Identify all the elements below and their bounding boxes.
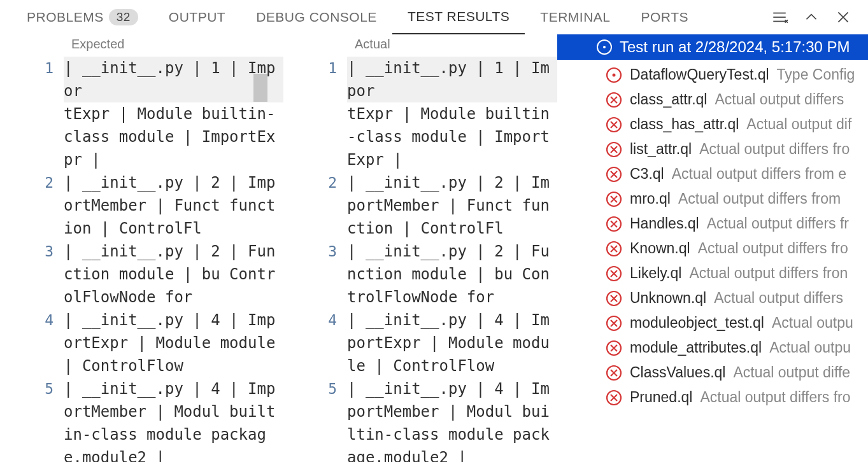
show-history-icon[interactable] xyxy=(771,9,788,25)
line-number: 3 xyxy=(283,240,347,309)
test-result-row[interactable]: C3.ql Actual output differs from e xyxy=(557,162,868,186)
test-name: module_attributes.ql xyxy=(630,339,762,356)
code-line: 3| __init__.py | 2 | Function module | b… xyxy=(0,240,283,309)
code-text: | __init__.py | 4 | ImportMember | Modul… xyxy=(64,377,283,462)
close-icon[interactable] xyxy=(835,9,851,25)
tab-label: PROBLEMS xyxy=(27,10,104,25)
test-run-pane: Test run at 2/28/2024, 5:17:30 PM Datafl… xyxy=(557,34,868,462)
test-fail-icon xyxy=(606,241,622,257)
test-result-row[interactable]: Unknown.ql Actual output differs xyxy=(557,286,868,311)
test-fail-icon xyxy=(606,290,622,307)
test-fail-icon xyxy=(606,340,622,356)
tab-label: TEST RESULTS xyxy=(408,9,509,24)
expected-code[interactable]: 1| __init__.py | 1 | ImportExpr | Module… xyxy=(0,57,283,462)
code-text: | __init__.py | 4 | ImportMember | Modul… xyxy=(347,377,557,462)
test-name: ClassValues.ql xyxy=(630,364,725,381)
test-message: Actual output differs xyxy=(715,91,844,108)
code-line: 4| __init__.py | 4 | ImportExpr | Module… xyxy=(0,309,283,377)
code-line: 3| __init__.py | 2 | Function module | b… xyxy=(283,240,557,309)
test-fail-icon xyxy=(606,216,622,232)
test-message: Actual output differs from xyxy=(678,190,841,207)
test-message: Actual output differs from e xyxy=(672,165,846,183)
test-fail-icon xyxy=(606,265,622,282)
vertical-scrollbar[interactable] xyxy=(253,74,267,102)
test-result-row[interactable]: ClassValues.ql Actual output diffe xyxy=(557,360,868,385)
test-result-row[interactable]: Likely.ql Actual output differs fron xyxy=(557,261,868,286)
test-result-row[interactable]: Pruned.ql Actual output differs fro xyxy=(557,385,868,410)
chevron-up-icon[interactable] xyxy=(803,9,820,25)
test-message: Actual output differs fron xyxy=(689,265,848,282)
test-fail-icon xyxy=(606,315,622,332)
test-result-row[interactable]: Known.ql Actual output differs fro xyxy=(557,236,868,261)
test-result-row[interactable]: module_attributes.ql Actual outpu xyxy=(557,335,868,360)
test-name: Pruned.ql xyxy=(630,389,692,406)
actual-header: Actual xyxy=(283,34,557,57)
line-number: 3 xyxy=(0,240,64,309)
test-name: Handles.ql xyxy=(630,215,699,232)
test-fail-icon xyxy=(606,389,622,406)
tab-label: PORTS xyxy=(641,10,688,25)
test-result-row[interactable]: class_attr.ql Actual output differs xyxy=(557,87,868,112)
tab-terminal[interactable]: TERMINAL xyxy=(525,0,625,34)
code-line: 5| __init__.py | 4 | ImportMember | Modu… xyxy=(283,377,557,462)
tab-debug-console[interactable]: DEBUG CONSOLE xyxy=(241,0,392,34)
test-name: DataflowQueryTest.ql xyxy=(630,66,769,83)
test-fail-icon xyxy=(606,116,622,133)
code-line: 5| __init__.py | 4 | ImportMember | Modu… xyxy=(0,377,283,462)
tab-output[interactable]: OUTPUT xyxy=(153,0,241,34)
tab-ports[interactable]: PORTS xyxy=(626,0,704,34)
problems-count-badge: 32 xyxy=(109,9,138,25)
test-fail-icon xyxy=(606,166,622,183)
code-line: 4| __init__.py | 4 | ImportExpr | Module… xyxy=(283,309,557,377)
code-text: | __init__.py | 2 | ImportMember | Funct… xyxy=(64,171,283,240)
test-result-row[interactable]: Handles.ql Actual output differs fr xyxy=(557,211,868,236)
test-name: Likely.ql xyxy=(630,265,681,282)
test-message: Actual output dif xyxy=(746,116,851,133)
test-message: Actual output differs xyxy=(714,290,843,307)
diff-expected-pane: Expected 1| __init__.py | 1 | ImportExpr… xyxy=(0,34,283,462)
test-fail-icon xyxy=(606,141,622,158)
tab-test-results[interactable]: TEST RESULTS xyxy=(392,0,525,34)
test-message: Actual output differs fro xyxy=(698,240,848,257)
test-name: C3.ql xyxy=(630,165,664,183)
line-number: 5 xyxy=(0,377,64,462)
line-number: 1 xyxy=(283,57,347,171)
test-run-header[interactable]: Test run at 2/28/2024, 5:17:30 PM xyxy=(557,34,868,60)
test-message: Actual output differs fro xyxy=(699,141,850,158)
test-fail-icon xyxy=(606,191,622,207)
test-name: Known.ql xyxy=(630,240,690,257)
test-result-row[interactable]: DataflowQueryTest.ql Type Config xyxy=(557,62,868,87)
test-result-row[interactable]: list_attr.ql Actual output differs fro xyxy=(557,137,868,162)
line-number: 2 xyxy=(283,171,347,240)
panel-tab-bar: PROBLEMS 32 OUTPUT DEBUG CONSOLE TEST RE… xyxy=(0,0,868,34)
test-running-icon xyxy=(606,67,622,83)
actual-code[interactable]: 1| __init__.py | 1 | ImportExpr | Module… xyxy=(283,57,557,462)
code-text: | __init__.py | 4 | ImportExpr | Module … xyxy=(347,309,557,377)
panel-actions xyxy=(771,9,857,25)
line-number: 4 xyxy=(283,309,347,377)
test-list: DataflowQueryTest.ql Type Configclass_at… xyxy=(557,60,868,410)
test-name: list_attr.ql xyxy=(630,141,692,158)
line-number: 5 xyxy=(283,377,347,462)
test-name: class_attr.ql xyxy=(630,91,707,108)
test-message: Type Config xyxy=(777,66,855,83)
test-message: Actual output diffe xyxy=(733,364,850,381)
code-line: 1| __init__.py | 1 | ImportExpr | Module… xyxy=(0,57,283,171)
test-fail-icon xyxy=(606,92,622,108)
code-text: | __init__.py | 1 | ImportExpr | Module … xyxy=(347,57,557,171)
test-name: class_has_attr.ql xyxy=(630,116,739,133)
expected-header: Expected xyxy=(0,34,283,57)
code-line: 2| __init__.py | 2 | ImportMember | Func… xyxy=(283,171,557,240)
test-result-row[interactable]: mro.ql Actual output differs from xyxy=(557,186,868,211)
test-message: Actual output differs fr xyxy=(707,215,849,232)
tab-problems[interactable]: PROBLEMS 32 xyxy=(11,0,153,34)
test-result-row[interactable]: class_has_attr.ql Actual output dif xyxy=(557,112,868,137)
test-message: Actual outpu xyxy=(772,314,853,332)
svg-point-8 xyxy=(613,73,616,76)
code-text: | __init__.py | 2 | Function module | bu… xyxy=(347,240,557,309)
run-title: Test run at 2/28/2024, 5:17:30 PM xyxy=(620,38,850,56)
test-result-row[interactable]: moduleobject_test.ql Actual outpu xyxy=(557,311,868,335)
code-line: 1| __init__.py | 1 | ImportExpr | Module… xyxy=(283,57,557,171)
code-text: | __init__.py | 1 | ImportExpr | Module … xyxy=(64,57,283,171)
test-name: moduleobject_test.ql xyxy=(630,314,764,332)
